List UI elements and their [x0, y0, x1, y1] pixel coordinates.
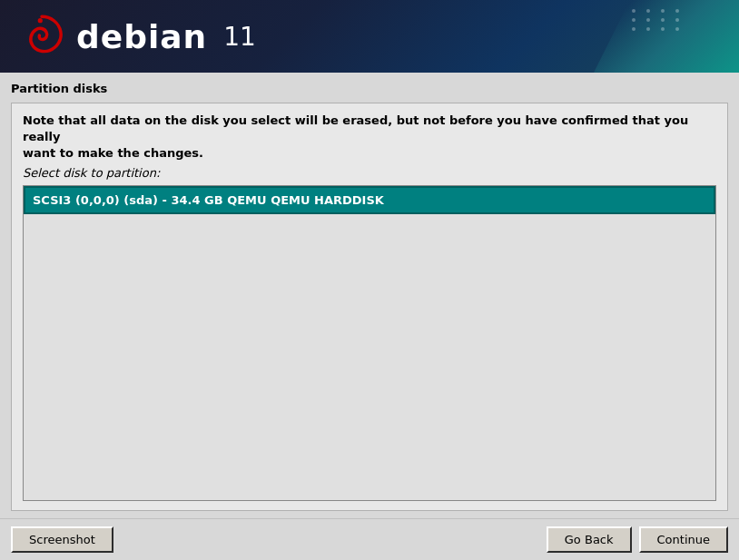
debian-version: 11 — [223, 22, 256, 52]
debian-swirl-icon — [18, 13, 65, 60]
continue-button[interactable]: Continue — [639, 526, 728, 553]
go-back-button[interactable]: Go Back — [547, 526, 632, 553]
section-title: Partition disks — [11, 82, 728, 95]
footer-right-buttons: Go Back Continue — [547, 526, 728, 553]
debian-logo: debian 11 — [18, 13, 256, 60]
content-box: Note that all data on the disk you selec… — [11, 103, 728, 511]
select-disk-label: Select disk to partition: — [23, 166, 716, 180]
svg-point-1 — [38, 18, 43, 23]
footer: Screenshot Go Back Continue — [0, 518, 739, 560]
warning-text: Note that all data on the disk you selec… — [23, 113, 716, 162]
debian-name: debian — [76, 18, 207, 55]
header-banner: debian 11 — [0, 0, 739, 73]
screenshot-button[interactable]: Screenshot — [11, 526, 113, 553]
disk-list[interactable]: SCSI3 (0,0,0) (sda) - 34.4 GB QEMU QEMU … — [23, 185, 716, 501]
header-dots-decoration — [632, 9, 685, 31]
main-content: Partition disks Note that all data on th… — [0, 73, 739, 518]
warning-bold: Note that all data on the disk you selec… — [23, 113, 688, 160]
disk-item[interactable]: SCSI3 (0,0,0) (sda) - 34.4 GB QEMU QEMU … — [24, 186, 715, 214]
